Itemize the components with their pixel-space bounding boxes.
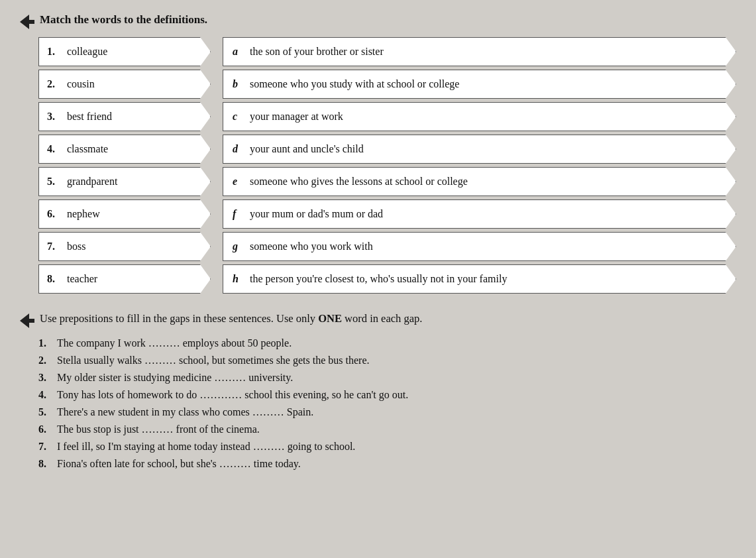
word-text: grandparent: [67, 176, 117, 188]
def-letter: c: [233, 111, 243, 123]
def-letter: g: [233, 241, 243, 252]
word-box: 6.nephew: [38, 199, 211, 229]
word-box: 8.teacher: [38, 264, 211, 294]
word-text: teacher: [67, 273, 97, 285]
def-box: gsomeone who you work with: [223, 232, 736, 261]
list-item: 8.Fiona's often late for school, but she…: [38, 458, 736, 470]
def-text: someone who you work with: [250, 241, 373, 252]
word-text: colleague: [67, 46, 107, 58]
section2-header: Use prepositions to fill in the gaps in …: [20, 312, 736, 328]
sent-num: 6.: [38, 423, 57, 435]
list-item: 3.My older sister is studying medicine ……: [38, 372, 736, 384]
def-letter: d: [233, 143, 243, 155]
list-item: 4.Tony has lots of homework to do ………… s…: [38, 389, 736, 401]
sent-text: Fiona's often late for school, but she's…: [57, 458, 736, 470]
word-box: 3.best friend: [38, 102, 211, 131]
words-column: 1.colleague2.cousin3.best friend4.classm…: [38, 37, 211, 294]
def-text: your mum or dad's mum or dad: [250, 208, 383, 220]
sent-num: 8.: [38, 458, 57, 470]
def-letter: h: [233, 273, 243, 285]
sent-num: 3.: [38, 372, 57, 384]
arrow2-icon: [20, 313, 34, 328]
def-text: your manager at work: [250, 111, 343, 123]
word-box: 2.cousin: [38, 70, 211, 99]
word-num: 7.: [47, 241, 62, 252]
word-num: 1.: [47, 46, 62, 58]
def-box: esomeone who gives the lessons at school…: [223, 167, 736, 196]
sent-text: The bus stop is just ……… front of the ci…: [57, 423, 736, 435]
list-item: 6.The bus stop is just ……… front of the …: [38, 423, 736, 435]
word-num: 2.: [47, 78, 62, 90]
arrow-icon: [20, 15, 34, 29]
def-box: hthe person you're closest to, who's usu…: [223, 264, 736, 294]
word-num: 5.: [47, 176, 62, 188]
def-text: someone who you study with at school or …: [250, 78, 459, 90]
list-item: 2.Stella usually walks ……… school, but s…: [38, 355, 736, 366]
list-item: 5.There's a new student in my class who …: [38, 406, 736, 418]
sent-num: 5.: [38, 406, 57, 418]
section2-title: Use prepositions to fill in the gaps in …: [40, 312, 422, 325]
word-box: 4.classmate: [38, 135, 211, 164]
defs-column: athe son of your brother or sisterbsomeo…: [223, 37, 736, 294]
def-letter: f: [233, 208, 243, 220]
word-text: nephew: [67, 208, 100, 220]
svg-marker-1: [20, 313, 34, 328]
word-num: 4.: [47, 143, 62, 155]
section1-title: Match the words to the definitions.: [40, 13, 207, 27]
word-num: 6.: [47, 208, 62, 220]
word-text: best friend: [67, 111, 112, 123]
word-text: cousin: [67, 78, 95, 90]
svg-marker-0: [20, 15, 34, 29]
def-text: the person you're closest to, who's usua…: [250, 273, 507, 285]
sent-text: Tony has lots of homework to do ………… sch…: [57, 389, 736, 401]
sent-num: 1.: [38, 337, 57, 349]
word-box: 5.grandparent: [38, 167, 211, 196]
list-item: 7.I feel ill, so I'm staying at home tod…: [38, 441, 736, 453]
word-text: boss: [67, 241, 85, 252]
def-letter: b: [233, 78, 243, 90]
sentences-list: 1.The company I work ……… employs about 5…: [38, 337, 736, 470]
sent-num: 7.: [38, 441, 57, 453]
sent-text: I feel ill, so I'm staying at home today…: [57, 441, 736, 453]
list-item: 1.The company I work ……… employs about 5…: [38, 337, 736, 349]
def-box: fyour mum or dad's mum or dad: [223, 199, 736, 229]
match-section: 1.colleague2.cousin3.best friend4.classm…: [38, 37, 736, 294]
sent-text: There's a new student in my class who co…: [57, 406, 736, 418]
word-num: 8.: [47, 273, 62, 285]
def-letter: a: [233, 46, 243, 58]
word-box: 7.boss: [38, 232, 211, 261]
def-box: athe son of your brother or sister: [223, 37, 736, 66]
def-box: cyour manager at work: [223, 102, 736, 131]
word-num: 3.: [47, 111, 62, 123]
word-text: classmate: [67, 143, 108, 155]
def-letter: e: [233, 176, 243, 188]
def-box: dyour aunt and uncle's child: [223, 135, 736, 164]
def-text: someone who gives the lessons at school …: [250, 176, 468, 188]
def-box: bsomeone who you study with at school or…: [223, 70, 736, 99]
section1-header: Match the words to the definitions.: [20, 13, 736, 29]
word-box: 1.colleague: [38, 37, 211, 66]
sent-text: My older sister is studying medicine …………: [57, 372, 736, 384]
sent-text: The company I work ……… employs about 50 …: [57, 337, 736, 349]
sent-num: 2.: [38, 355, 57, 366]
sent-text: Stella usually walks ……… school, but som…: [57, 355, 736, 366]
def-text: the son of your brother or sister: [250, 46, 384, 58]
def-text: your aunt and uncle's child: [250, 143, 364, 155]
sent-num: 4.: [38, 389, 57, 401]
